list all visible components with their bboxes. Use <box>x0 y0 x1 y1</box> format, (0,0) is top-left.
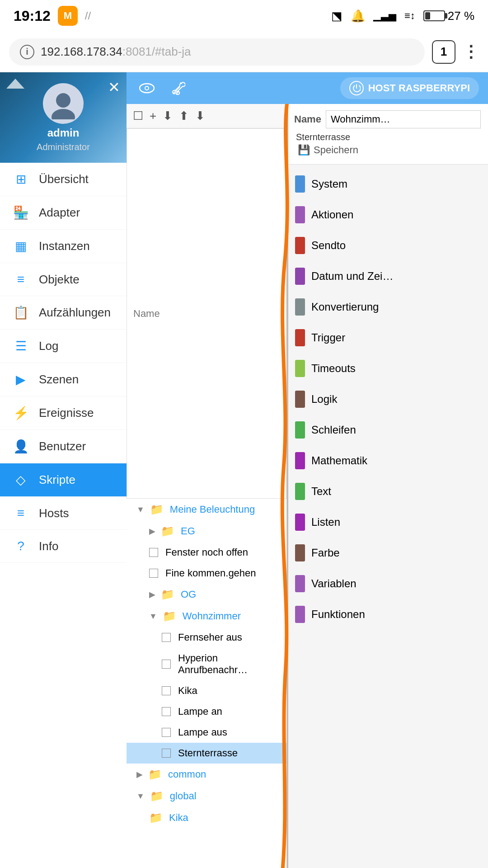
block-item-text[interactable]: Text <box>291 476 484 506</box>
block-item-loops[interactable]: Schleifen <box>291 415 484 445</box>
sidebar-item-info[interactable]: ?Info <box>0 530 127 563</box>
tree-item-eg[interactable]: ▶📁EG <box>127 520 286 542</box>
sidebar-item-objects[interactable]: ≡Objekte <box>0 263 127 296</box>
svg-point-4 <box>145 87 148 90</box>
file-icon <box>162 749 171 758</box>
new-file-icon[interactable]: ☐ <box>133 109 143 123</box>
tree-item-my-lighting[interactable]: ▼📁Meine Beleuchtung <box>127 499 286 520</box>
tree-label: Meine Beleuchtung <box>170 504 255 515</box>
sidebar-item-log[interactable]: ☰Log <box>0 330 127 363</box>
sidebar-item-users[interactable]: 👤Benutzer <box>0 430 127 463</box>
move-up-icon[interactable]: ⬆ <box>179 109 189 123</box>
block-list: SystemAktionenSendtoDatum und Zei…Konver… <box>287 165 488 868</box>
save-label: Speichern <box>314 144 358 156</box>
sidebar-item-scripts[interactable]: ◇Skripte <box>0 463 127 497</box>
sidebar-item-events[interactable]: ⚡Ereignisse <box>0 396 127 430</box>
tree-arrow: ▶ <box>136 769 143 779</box>
sidebar-role: Administrator <box>37 142 90 152</box>
tree-item-lampe-an[interactable]: Lampe an <box>127 701 286 722</box>
sidebar-item-enumerations[interactable]: 📋Aufzählungen <box>0 296 127 330</box>
block-color-functions <box>295 606 305 623</box>
tree-item-common[interactable]: ▶📁common <box>127 764 286 785</box>
users-nav-icon: 👤 <box>13 439 29 454</box>
add-icon[interactable]: + <box>150 109 156 123</box>
bluetooth-icon: ⬔ <box>331 9 343 23</box>
tree-item-fernseher-aus[interactable]: Fernseher aus <box>127 627 286 648</box>
sidebar-item-adapter[interactable]: 🏪Adapter <box>0 196 127 230</box>
block-item-color[interactable]: Farbe <box>291 538 484 568</box>
tree-arrow: ▶ <box>149 590 155 599</box>
block-color-math <box>295 452 305 469</box>
file-tree-search[interactable] <box>127 128 286 499</box>
properties-panel: Name Sternterrasse 💾 Speichern SystemAkt… <box>287 104 488 868</box>
tree-label: common <box>168 769 206 780</box>
save-button[interactable]: 💾 Speichern <box>294 142 362 158</box>
sidebar-item-hosts[interactable]: ≡Hosts <box>0 497 127 530</box>
battery-icon <box>423 10 445 21</box>
sidebar-item-overview[interactable]: ⊞Übersicht <box>0 163 127 196</box>
folder-icon: 📁 <box>150 503 164 516</box>
sidebar-label-scenes: Szenen <box>39 373 79 387</box>
sidebar-item-scenes[interactable]: ▶Szenen <box>0 363 127 396</box>
sidebar-label-enumerations: Aufzählungen <box>39 306 111 320</box>
sidebar-label-info: Info <box>39 539 58 553</box>
url-input[interactable]: i 192.168.178.34:8081/#tab-ja <box>9 38 425 66</box>
tree-arrow: ▼ <box>136 792 145 801</box>
tree-item-sternterrasse[interactable]: Sternterrasse <box>127 743 286 764</box>
block-item-trigger[interactable]: Trigger <box>291 323 484 353</box>
divider <box>287 104 288 868</box>
status-time: 19:12 <box>14 8 51 24</box>
tree-item-wohnzimmer[interactable]: ▼📁Wohnzimmer <box>127 605 286 627</box>
block-item-math[interactable]: Mathematik <box>291 446 484 476</box>
tree-item-lampe-aus[interactable]: Lampe aus <box>127 722 286 743</box>
url-host: 192.168.178.34 <box>41 45 122 58</box>
notification-icon: 🔔 <box>351 9 365 23</box>
block-label-variables: Variablen <box>311 577 357 590</box>
tree-item-global[interactable]: ▼📁global <box>127 785 286 807</box>
avatar <box>43 83 84 124</box>
right-panel: HOST RASPBERRYPI ☐ + ⬇ ⬆ ⬇ ▼📁Meine Beleu… <box>127 72 488 868</box>
download-icon[interactable]: ⬇ <box>163 109 173 123</box>
tree-arrow: ▼ <box>136 505 145 514</box>
block-label-text: Text <box>311 485 331 498</box>
block-label-convert: Konvertierung <box>311 301 379 313</box>
sidebar-label-objects: Objekte <box>39 273 80 287</box>
tree-label: Hyperion Anrufbenachr… <box>178 652 280 676</box>
sidebar-profile: ✕ admin Administrator <box>0 72 127 163</box>
block-item-system[interactable]: System <box>291 169 484 199</box>
block-color-system <box>295 175 305 193</box>
wrench-icon[interactable] <box>167 77 190 99</box>
eye-icon[interactable] <box>136 77 158 99</box>
tree-item-fine-kommen[interactable]: Fine kommen.gehen <box>127 563 286 584</box>
sidebar-close-button[interactable]: ✕ <box>108 79 120 96</box>
name-input[interactable] <box>326 110 481 128</box>
block-item-sendto[interactable]: Sendto <box>291 231 484 260</box>
sidebar-item-instances[interactable]: ▦Instanzen <box>0 230 127 263</box>
block-item-lists[interactable]: Listen <box>291 507 484 537</box>
tree-item-hyperion[interactable]: Hyperion Anrufbenachr… <box>127 648 286 680</box>
tree-arrow: ▶ <box>149 526 155 536</box>
block-item-actions[interactable]: Aktionen <box>291 200 484 230</box>
host-button[interactable]: HOST RASPBERRYPI <box>340 77 479 99</box>
block-color-datetime <box>295 268 305 285</box>
block-item-datetime[interactable]: Datum und Zei… <box>291 261 484 291</box>
tree-item-kika[interactable]: Kika <box>127 680 286 701</box>
tree-item-og[interactable]: ▶📁OG <box>127 584 286 605</box>
block-item-variables[interactable]: Variablen <box>291 569 484 599</box>
block-item-functions[interactable]: Funktionen <box>291 599 484 629</box>
move-down-icon[interactable]: ⬇ <box>195 109 205 123</box>
tree-item-kika-global[interactable]: 📁Kika <box>127 807 286 829</box>
block-item-convert[interactable]: Konvertierung <box>291 292 484 322</box>
browser-menu[interactable]: ⋮ <box>463 44 479 60</box>
block-color-convert <box>295 298 305 316</box>
file-icon <box>162 707 171 716</box>
status-left: 19:12 M // <box>14 6 91 26</box>
tree-item-fenster-offen[interactable]: Fenster noch offen <box>127 542 286 563</box>
file-tree-content: ▼📁Meine Beleuchtung▶📁EGFenster noch offe… <box>127 499 286 868</box>
events-nav-icon: ⚡ <box>13 406 29 420</box>
file-tree-toolbar: ☐ + ⬇ ⬆ ⬇ <box>127 104 286 128</box>
tab-count[interactable]: 1 <box>432 40 455 64</box>
svg-point-0 <box>56 93 70 108</box>
block-item-logic[interactable]: Logik <box>291 384 484 414</box>
block-item-timeouts[interactable]: Timeouts <box>291 354 484 383</box>
